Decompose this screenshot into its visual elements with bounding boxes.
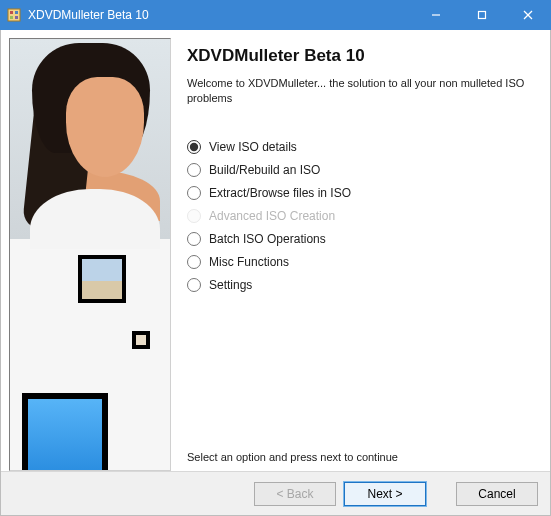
- cancel-button-label: Cancel: [478, 487, 515, 501]
- thumbnail-small-icon: [132, 331, 150, 349]
- option-radio[interactable]: [187, 278, 201, 292]
- option-row[interactable]: Batch ISO Operations: [187, 232, 530, 246]
- portrait-image: [10, 39, 170, 239]
- main-panel: XDVDMulleter Beta 10 Welcome to XDVDMull…: [171, 38, 540, 471]
- option-row[interactable]: Settings: [187, 278, 530, 292]
- window-title: XDVDMulleter Beta 10: [28, 8, 413, 22]
- option-radio[interactable]: [187, 232, 201, 246]
- option-row[interactable]: Extract/Browse files in ISO: [187, 186, 530, 200]
- welcome-text: Welcome to XDVDMulleter... the solution …: [187, 76, 530, 106]
- wizard-image-panel: [9, 38, 171, 471]
- option-row[interactable]: Build/Rebuild an ISO: [187, 163, 530, 177]
- close-button[interactable]: [505, 0, 551, 30]
- option-label: Build/Rebuild an ISO: [209, 163, 320, 177]
- thumbnail-icon: [78, 255, 126, 303]
- options-group: View ISO detailsBuild/Rebuild an ISOExtr…: [187, 140, 530, 292]
- next-button[interactable]: Next >: [344, 482, 426, 506]
- svg-rect-2: [15, 11, 18, 14]
- content: XDVDMulleter Beta 10 Welcome to XDVDMull…: [1, 30, 550, 471]
- option-radio[interactable]: [187, 255, 201, 269]
- client-area: XDVDMulleter Beta 10 Welcome to XDVDMull…: [0, 30, 551, 516]
- instruction-text: Select an option and press next to conti…: [187, 451, 398, 463]
- option-radio: [187, 209, 201, 223]
- option-row: Advanced ISO Creation: [187, 209, 530, 223]
- window-controls: [413, 0, 551, 30]
- svg-rect-6: [479, 12, 486, 19]
- wizard-footer: < Back Next > Cancel: [1, 471, 550, 515]
- option-label: Extract/Browse files in ISO: [209, 186, 351, 200]
- cancel-button[interactable]: Cancel: [456, 482, 538, 506]
- back-button-label: < Back: [276, 487, 313, 501]
- page-heading: XDVDMulleter Beta 10: [187, 46, 530, 66]
- blue-tile-icon: [22, 393, 108, 471]
- option-label: Batch ISO Operations: [209, 232, 326, 246]
- svg-rect-3: [10, 16, 13, 19]
- option-label: Settings: [209, 278, 252, 292]
- option-radio[interactable]: [187, 163, 201, 177]
- app-icon: [6, 7, 22, 23]
- option-radio[interactable]: [187, 140, 201, 154]
- option-label: View ISO details: [209, 140, 297, 154]
- titlebar: XDVDMulleter Beta 10: [0, 0, 551, 30]
- svg-rect-0: [8, 9, 20, 21]
- option-row[interactable]: Misc Functions: [187, 255, 530, 269]
- back-button: < Back: [254, 482, 336, 506]
- svg-rect-4: [15, 16, 18, 19]
- next-button-label: Next >: [367, 487, 402, 501]
- minimize-button[interactable]: [413, 0, 459, 30]
- option-radio[interactable]: [187, 186, 201, 200]
- option-row[interactable]: View ISO details: [187, 140, 530, 154]
- option-label: Advanced ISO Creation: [209, 209, 335, 223]
- maximize-button[interactable]: [459, 0, 505, 30]
- option-label: Misc Functions: [209, 255, 289, 269]
- svg-rect-1: [10, 11, 13, 14]
